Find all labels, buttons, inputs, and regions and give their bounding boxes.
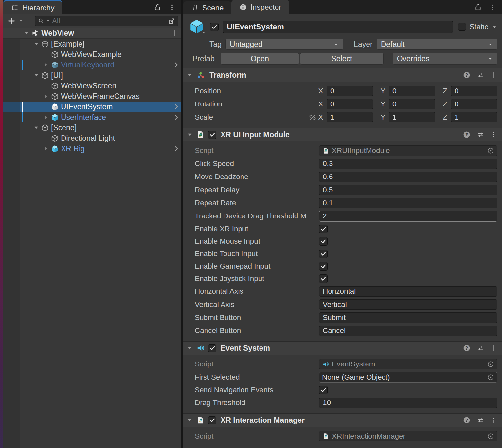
hierarchy-row-virtualkeyboard[interactable]: VirtualKeyboard xyxy=(3,60,181,70)
tab-inspector[interactable]: Inspector xyxy=(231,0,289,14)
open-prefab-arrow-icon[interactable] xyxy=(172,61,180,69)
kebab-menu-icon[interactable] xyxy=(168,3,176,11)
hierarchy-row-ui[interactable]: [UI] xyxy=(3,70,181,81)
object-picker-icon[interactable] xyxy=(487,360,494,368)
prefab-open-button[interactable]: Open xyxy=(221,53,299,65)
expand-toggle-icon[interactable] xyxy=(42,113,50,121)
help-icon[interactable]: ? xyxy=(463,344,471,352)
static-checkbox[interactable] xyxy=(458,23,466,31)
object-picker-icon[interactable] xyxy=(487,147,494,155)
hierarchy-row-xr-rig[interactable]: XR Rig xyxy=(3,143,181,154)
foldout-triangle-icon[interactable] xyxy=(187,131,193,138)
gameobject-name-field[interactable] xyxy=(223,21,453,33)
open-prefab-arrow-icon[interactable] xyxy=(172,113,180,121)
hierarchy-row-userinterface[interactable]: UserInterface xyxy=(3,112,181,122)
hierarchy-search[interactable] xyxy=(35,16,178,26)
hierarchy-row-webviewframecanvas[interactable]: WebViewFrameCanvas xyxy=(3,91,181,102)
send-navigation-events-checkbox[interactable] xyxy=(319,386,328,394)
kebab-menu-icon[interactable] xyxy=(490,345,497,352)
hierarchy-row-example[interactable]: [Example] xyxy=(3,39,181,49)
hierarchy-row-webviewscreen[interactable]: WebViewScreen xyxy=(3,81,181,91)
scale-y-input[interactable] xyxy=(389,112,435,122)
prefab-select-button[interactable]: Select xyxy=(300,53,384,65)
presets-icon[interactable] xyxy=(476,71,484,79)
kebab-menu-icon[interactable] xyxy=(490,131,497,138)
cancel-button-input[interactable] xyxy=(319,326,497,336)
horizontal-axis-input[interactable] xyxy=(319,286,497,297)
presets-icon[interactable] xyxy=(476,131,484,139)
component-enabled-checkbox[interactable] xyxy=(208,416,216,424)
help-icon[interactable]: ? xyxy=(463,416,471,424)
enable-gamepad-input-checkbox[interactable] xyxy=(319,262,328,271)
tracked-device-drag-threshold-m-input[interactable] xyxy=(319,211,497,222)
open-prefab-arrow-icon[interactable] xyxy=(172,103,180,111)
component-header[interactable]: #XR UI Input Module? xyxy=(183,128,502,141)
tag-dropdown[interactable]: Untagged xyxy=(225,39,343,50)
expand-toggle-icon[interactable] xyxy=(22,29,31,37)
static-caret-icon[interactable] xyxy=(492,24,497,30)
search-input[interactable] xyxy=(51,16,167,26)
scene-kebab-menu-icon[interactable] xyxy=(171,29,178,37)
drag-threshold-input[interactable] xyxy=(319,398,497,408)
presets-icon[interactable] xyxy=(476,416,484,424)
component-header[interactable]: #XR Interaction Manager? xyxy=(183,413,502,427)
expand-toggle-icon[interactable] xyxy=(32,71,41,80)
move-deadzone-input[interactable] xyxy=(319,172,497,182)
click-speed-input[interactable] xyxy=(319,159,497,169)
active-checkbox[interactable] xyxy=(210,23,219,31)
hierarchy-row-directional-light[interactable]: Directional Light xyxy=(3,133,181,143)
enable-mouse-input-checkbox[interactable] xyxy=(319,237,328,246)
foldout-triangle-icon[interactable] xyxy=(187,417,193,423)
enable-joystick-input-checkbox[interactable] xyxy=(319,274,328,283)
hierarchy-row-webview[interactable]: WebView xyxy=(3,28,181,39)
vertical-axis-input[interactable] xyxy=(319,299,497,310)
tab-scene[interactable]: Scene xyxy=(183,1,231,14)
repeat-delay-input[interactable] xyxy=(319,185,497,195)
foldout-triangle-icon[interactable] xyxy=(187,345,193,351)
open-search-window-icon[interactable] xyxy=(168,17,176,25)
repeat-rate-input[interactable] xyxy=(319,198,497,208)
open-prefab-arrow-icon[interactable] xyxy=(172,145,180,153)
enable-xr-input-checkbox[interactable] xyxy=(319,225,328,233)
search-filter-caret-icon[interactable] xyxy=(46,19,50,23)
lock-icon[interactable] xyxy=(474,3,482,11)
component-header[interactable]: Event System? xyxy=(183,341,502,355)
gameobject-prefab-icon[interactable] xyxy=(188,18,206,35)
tab-hierarchy[interactable]: Hierarchy xyxy=(3,0,62,14)
submit-button-input[interactable] xyxy=(319,312,497,323)
lock-icon[interactable] xyxy=(153,3,162,11)
enable-touch-input-checkbox[interactable] xyxy=(319,250,328,258)
expand-toggle-icon[interactable] xyxy=(42,144,50,153)
position-x-input[interactable] xyxy=(327,86,373,96)
component-enabled-checkbox[interactable] xyxy=(208,131,216,139)
expand-toggle-icon[interactable] xyxy=(42,92,50,101)
presets-icon[interactable] xyxy=(476,344,484,352)
scale-z-input[interactable] xyxy=(451,112,497,122)
position-y-input[interactable] xyxy=(389,86,435,96)
object-picker-icon[interactable] xyxy=(487,432,494,440)
prefab-overrides-dropdown[interactable]: Overrides xyxy=(393,53,497,65)
rotation-z-input[interactable] xyxy=(451,99,497,109)
kebab-menu-icon[interactable] xyxy=(489,3,497,11)
expand-toggle-icon[interactable] xyxy=(42,61,50,69)
rotation-y-input[interactable] xyxy=(389,99,435,109)
create-dropdown-caret-icon[interactable] xyxy=(18,18,24,24)
kebab-menu-icon[interactable] xyxy=(490,417,497,424)
expand-toggle-icon[interactable] xyxy=(32,123,41,132)
help-icon[interactable]: ? xyxy=(463,131,471,139)
component-enabled-checkbox[interactable] xyxy=(208,344,216,352)
foldout-triangle-icon[interactable] xyxy=(187,72,193,78)
kebab-menu-icon[interactable] xyxy=(490,71,497,79)
hierarchy-row-scene[interactable]: [Scene] xyxy=(3,122,181,133)
object-field[interactable]: None (Game Object) xyxy=(319,372,497,383)
hierarchy-row-uieventsystem[interactable]: UIEventSystem xyxy=(3,102,181,112)
constrain-proportions-broken-link-icon[interactable] xyxy=(308,113,317,121)
component-header[interactable]: Transform? xyxy=(183,68,502,82)
rotation-x-input[interactable] xyxy=(327,99,373,109)
scale-x-input[interactable] xyxy=(327,112,373,122)
hierarchy-row-webviewexample[interactable]: WebViewExample xyxy=(3,49,181,60)
layer-dropdown[interactable]: Default xyxy=(377,39,497,50)
expand-toggle-icon[interactable] xyxy=(32,40,41,48)
position-z-input[interactable] xyxy=(451,86,497,96)
help-icon[interactable]: ? xyxy=(463,71,471,79)
